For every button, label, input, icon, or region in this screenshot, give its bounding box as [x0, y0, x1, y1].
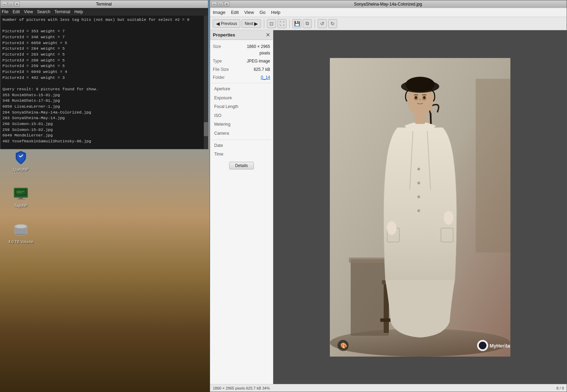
- filesize-value: 625.7 kB: [235, 66, 270, 73]
- next-arrow-icon: ▶: [254, 21, 258, 26]
- terminal-menubar: File Edit View Search Terminal Help: [0, 8, 208, 16]
- svg-point-34: [406, 77, 435, 92]
- terminal-scrollbar-thumb[interactable]: [204, 122, 208, 136]
- terminal-close-btn[interactable]: ×: [14, 2, 20, 7]
- terminal-menu-file[interactable]: File: [2, 9, 8, 14]
- next-label: Next: [245, 21, 253, 26]
- querynp-icon: [12, 149, 29, 166]
- folder-label: Folder: [213, 74, 234, 81]
- statusbar-left: 1860 × 2965 pixels 625.7 kB 34%: [213, 386, 270, 390]
- desktop-icons: QueryNP TagsNP 4.0 TB Volume: [7, 149, 35, 244]
- imageviewer-menubar: Image Edit View Go Help: [210, 8, 567, 17]
- prop-camera: Camera: [211, 129, 272, 138]
- terminal-menu-edit[interactable]: Edit: [12, 9, 20, 14]
- prop-filesize-row: File Size 625.7 kB: [211, 66, 272, 74]
- properties-title: Properties: [213, 32, 235, 37]
- folder-value[interactable]: 0_14: [235, 74, 270, 81]
- prop-metering: Metering: [211, 120, 272, 129]
- iv-wm-buttons: ─ □ ×: [211, 2, 230, 7]
- terminal-minimize-btn[interactable]: ─: [2, 2, 7, 7]
- iv-close-btn[interactable]: ×: [224, 2, 230, 7]
- prop-focal: Focal Length: [211, 102, 272, 111]
- iv-menu-edit[interactable]: Edit: [231, 10, 239, 15]
- size-value: 1860 × 2965 pixels: [235, 43, 270, 57]
- svg-point-24: [417, 182, 420, 184]
- terminal-window: ─ □ × Terminal File Edit View Search Ter…: [0, 0, 208, 149]
- terminal-menu-help[interactable]: Help: [74, 9, 83, 14]
- type-value: JPEG image: [235, 58, 270, 65]
- imageviewer-title: SonyaSheina-May-14a-Colorized.jpg: [230, 2, 547, 7]
- volume-label: 4.0 TB Volume: [8, 240, 33, 244]
- fit-window-icon[interactable]: ⊡: [267, 19, 276, 28]
- prop-divider-2: [211, 140, 272, 140]
- rotate-right-icon[interactable]: ↻: [328, 19, 337, 28]
- svg-text:🎨: 🎨: [340, 342, 347, 349]
- terminal-title: Terminal: [20, 2, 188, 7]
- prop-type-row: Type JPEG image: [211, 57, 272, 65]
- prop-divider-1: [211, 83, 272, 83]
- properties-panel: Properties ✕ Size 1860 × 2965 pixels Typ…: [210, 30, 273, 384]
- toolbar-separator-2: [289, 19, 290, 28]
- svg-text:MyHeritage: MyHeritage: [490, 343, 510, 349]
- photo-svg: MyHeritage 🎨: [330, 58, 510, 357]
- svg-point-23: [417, 168, 420, 170]
- prop-exposure: Exposure: [211, 94, 272, 103]
- photo-wrapper: MyHeritage 🎨: [273, 30, 567, 384]
- svg-rect-2: [16, 190, 26, 195]
- properties-header: Properties ✕: [210, 30, 273, 40]
- imageviewer-statusbar: 1860 × 2965 pixels 625.7 kB 34% 8 / 9: [210, 384, 567, 392]
- tagsnp-icon: [12, 185, 29, 202]
- svg-point-26: [417, 209, 420, 212]
- desktop-icon-querynp[interactable]: QueryNP: [7, 149, 35, 172]
- imageviewer-toolbar: ◀ Previous Next ▶ ⊡ ⛶ 💾 ⧉ ↺ ↻: [210, 17, 567, 30]
- terminal-scrollbar[interactable]: [204, 16, 208, 149]
- svg-point-25: [417, 195, 420, 198]
- properties-body: Size 1860 × 2965 pixels Type JPEG image …: [210, 40, 273, 175]
- desktop-icon-tagsnp[interactable]: TagsNP: [7, 185, 35, 208]
- querynp-label: QueryNP: [13, 167, 28, 172]
- copy-icon[interactable]: ⧉: [303, 19, 312, 28]
- svg-rect-6: [17, 199, 25, 200]
- prop-time: Time: [211, 150, 272, 159]
- rotate-left-icon[interactable]: ↺: [318, 19, 327, 28]
- svg-point-30: [444, 211, 453, 225]
- properties-close-btn[interactable]: ✕: [266, 32, 270, 38]
- type-label: Type: [213, 58, 234, 65]
- previous-button[interactable]: ◀ Previous: [213, 19, 240, 28]
- toolbar-separator-1: [264, 19, 264, 28]
- prop-date: Date: [211, 141, 272, 150]
- terminal-titlebar: ─ □ × Terminal: [0, 0, 208, 8]
- prop-aperture: Aperture: [211, 85, 272, 94]
- prev-arrow-icon: ◀: [216, 21, 220, 26]
- terminal-menu-terminal[interactable]: Terminal: [55, 9, 70, 14]
- image-display: MyHeritage 🎨: [273, 30, 567, 384]
- iv-maximize-btn[interactable]: □: [218, 2, 223, 7]
- svg-rect-15: [476, 79, 510, 252]
- imageviewer-window: ─ □ × SonyaSheina-May-14a-Colorized.jpg …: [210, 0, 567, 392]
- svg-point-37: [415, 96, 417, 99]
- next-button[interactable]: Next ▶: [242, 19, 261, 28]
- terminal-wm-buttons: ─ □ ×: [2, 2, 20, 7]
- terminal-maximize-btn[interactable]: □: [8, 2, 14, 7]
- svg-point-40: [479, 342, 486, 349]
- save-icon[interactable]: 💾: [292, 19, 301, 28]
- imageviewer-titlebar: ─ □ × SonyaSheina-May-14a-Colorized.jpg: [210, 0, 567, 8]
- terminal-content[interactable]: Number of pictures with less tag hits (n…: [0, 16, 208, 149]
- iv-menu-go[interactable]: Go: [260, 10, 266, 15]
- tagsnp-label: TagsNP: [14, 203, 28, 208]
- details-button[interactable]: Details: [229, 162, 254, 169]
- desktop-icon-volume[interactable]: 4.0 TB Volume: [7, 222, 35, 244]
- terminal-menu-search[interactable]: Search: [37, 9, 50, 14]
- iv-menu-help[interactable]: Help: [271, 10, 281, 15]
- terminal-menu-view[interactable]: View: [24, 9, 33, 14]
- toolbar-separator-3: [315, 19, 315, 28]
- iv-menu-image[interactable]: Image: [213, 10, 225, 15]
- iv-menu-view[interactable]: View: [244, 10, 254, 15]
- iv-minimize-btn[interactable]: ─: [211, 2, 217, 7]
- svg-rect-5: [19, 198, 23, 199]
- prop-size-row: Size 1860 × 2965 pixels: [211, 43, 272, 57]
- svg-rect-13: [351, 259, 389, 336]
- volume-icon: [12, 222, 29, 238]
- filesize-label: File Size: [213, 66, 234, 73]
- fullscreen-icon[interactable]: ⛶: [277, 19, 286, 28]
